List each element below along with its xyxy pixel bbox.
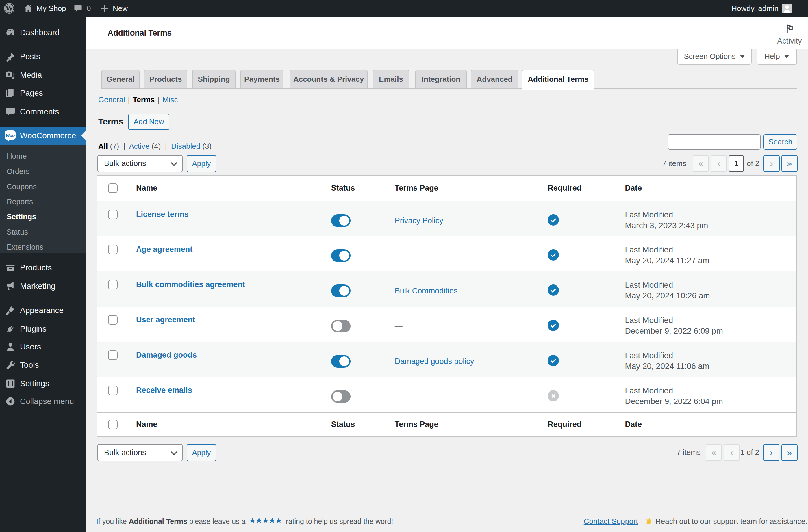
svg-text:Woo: Woo bbox=[6, 133, 15, 138]
svg-text:W: W bbox=[5, 4, 13, 13]
